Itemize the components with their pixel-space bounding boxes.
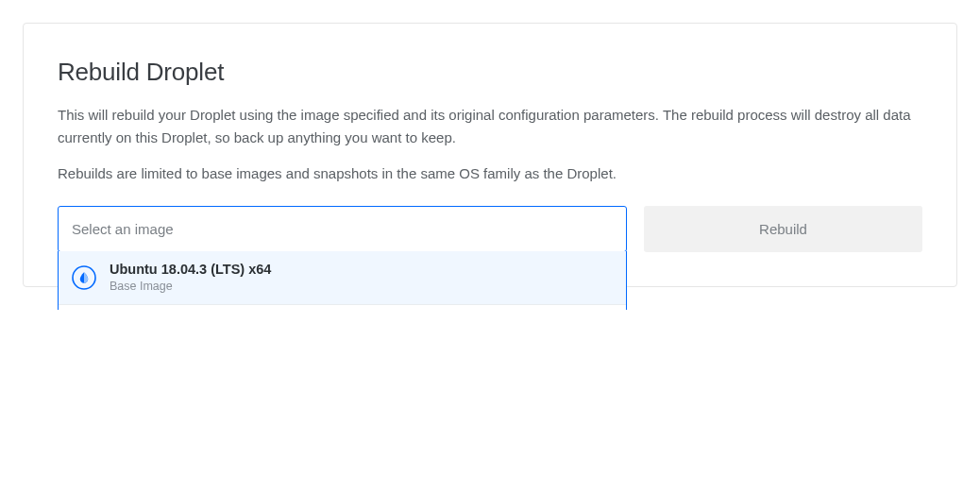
controls-row: Ubuntu 18.04.3 (LTS) x64Base ImageUbuntu…	[58, 206, 922, 252]
image-name: Ubuntu 18.04.3 (LTS) x64	[110, 261, 271, 279]
dropdown-item[interactable]: Ubuntu 18.04.3 (LTS) x64Base Image	[59, 251, 626, 305]
image-type: Base Image	[110, 279, 271, 296]
rebuild-button[interactable]: Rebuild	[644, 206, 922, 252]
dropdown-item-text: Ubuntu 18.04.3 (LTS) x64Base Image	[110, 261, 271, 295]
image-select-input[interactable]	[58, 206, 627, 252]
image-select-container: Ubuntu 18.04.3 (LTS) x64Base ImageUbuntu…	[58, 206, 627, 252]
rebuild-droplet-panel: Rebuild Droplet This will rebuild your D…	[23, 23, 957, 287]
description-text: This will rebuild your Droplet using the…	[58, 104, 922, 149]
page-title: Rebuild Droplet	[58, 58, 922, 87]
droplet-icon	[72, 265, 96, 290]
limit-note: Rebuilds are limited to base images and …	[58, 162, 922, 185]
dropdown-item[interactable]: Ubuntu 16.04.6 (LTS) x32Base Image	[59, 305, 626, 310]
image-dropdown: Ubuntu 18.04.3 (LTS) x64Base ImageUbuntu…	[58, 251, 627, 310]
